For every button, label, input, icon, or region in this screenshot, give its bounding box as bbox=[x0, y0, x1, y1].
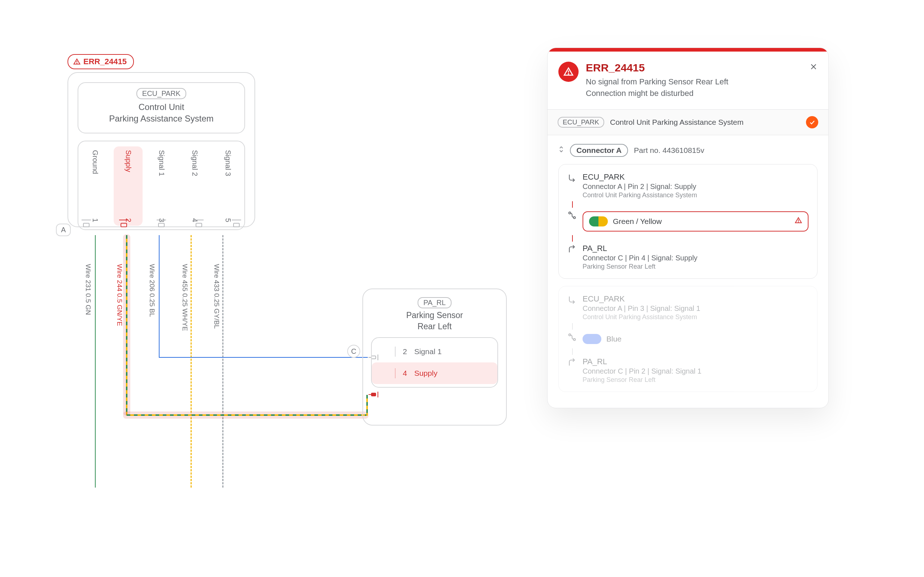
warning-icon bbox=[795, 217, 802, 226]
wc-sub: Connector C | Pin 4 | Signal: Supply bbox=[583, 254, 809, 262]
color-text: Green / Yellow bbox=[613, 217, 662, 226]
plug-icon bbox=[232, 220, 241, 230]
parl-box[interactable]: PA_RL Parking Sensor Rear Left 2 Signal … bbox=[362, 288, 507, 425]
svg-point-9 bbox=[568, 74, 569, 74]
wc-title: ECU_PARK bbox=[583, 172, 809, 182]
svg-point-15 bbox=[798, 222, 799, 222]
panel-sub-chip: ECU_PARK bbox=[558, 117, 604, 128]
wire-5[interactable]: Wire 433 0.25 GY/BL bbox=[222, 235, 223, 488]
warning-icon bbox=[558, 62, 578, 82]
wire-label: Wire 433 0.25 GY/BL bbox=[213, 264, 221, 329]
wire-3[interactable]: Wire 206 0.25 BL bbox=[159, 235, 160, 358]
ecu-pins-row: Ground 1 Supply 2 Signal 1 3 Signal 2 4 … bbox=[78, 147, 244, 226]
plug-icon bbox=[119, 220, 129, 230]
wire-3-segment bbox=[159, 357, 368, 358]
panel-accent-bar bbox=[548, 48, 828, 52]
wire-label: Wire 206 0.25 BL bbox=[148, 264, 156, 317]
connector-c-label: C bbox=[347, 345, 360, 358]
ecu-title-line1: Control Unit bbox=[82, 102, 241, 113]
wire-4[interactable]: Wire 455 0.25 WH/YE bbox=[191, 235, 192, 488]
panel-header: ERR_24415 No signal from Parking Sensor … bbox=[548, 52, 828, 109]
close-button[interactable] bbox=[809, 62, 817, 73]
ecu-title-line2: Parking Assistance System bbox=[82, 113, 241, 124]
ecu-pin-5[interactable]: Signal 3 5 bbox=[213, 147, 242, 226]
wire-label: Wire 244 0.5 GN/YE bbox=[115, 264, 123, 326]
close-icon bbox=[809, 63, 817, 71]
branch-in-icon bbox=[567, 244, 577, 255]
parl-title-line1: Parking Sensor bbox=[371, 310, 498, 321]
wc-small: Parking Sensor Rear Left bbox=[583, 376, 809, 384]
wc-small: Parking Sensor Rear Left bbox=[583, 263, 809, 271]
ecu-pin-1[interactable]: Ground 1 bbox=[81, 147, 109, 226]
ecu-chip: ECU_PARK bbox=[136, 88, 186, 99]
plug-icon bbox=[157, 220, 166, 230]
ecu-pin-2[interactable]: Supply 2 bbox=[114, 147, 142, 226]
panel-subheader: ECU_PARK Control Unit Parking Assistance… bbox=[548, 109, 828, 135]
plug-icon bbox=[82, 220, 91, 230]
error-badge[interactable]: ERR_24415 bbox=[68, 54, 134, 69]
connector-select-row[interactable]: Connector A Part no. 443610815v bbox=[558, 144, 817, 157]
wc-title: PA_RL bbox=[583, 244, 809, 253]
plug-icon bbox=[378, 369, 388, 377]
sort-icon bbox=[558, 146, 564, 155]
plugs-row bbox=[68, 220, 255, 235]
svg-point-1 bbox=[77, 63, 77, 63]
parl-title-line2: Rear Left bbox=[371, 321, 498, 332]
color-text: Blue bbox=[606, 335, 622, 343]
wire-2-segment bbox=[127, 414, 368, 416]
wc-connector-line bbox=[572, 323, 809, 330]
color-swatch bbox=[589, 216, 608, 226]
pin-label: Signal 1 bbox=[414, 347, 442, 356]
pin-label: Supply bbox=[124, 150, 132, 172]
wc-sub: Connector C | Pin 2 | Signal: Signal 1 bbox=[583, 367, 809, 376]
parl-pin-row[interactable]: 2 Signal 1 bbox=[372, 341, 498, 363]
part-number: Part no. 443610815v bbox=[634, 146, 704, 155]
panel-sub-text: Control Unit Parking Assistance System bbox=[610, 118, 800, 127]
parl-pin-row-active[interactable]: 4 Supply bbox=[372, 363, 498, 384]
wc-title: PA_RL bbox=[583, 357, 809, 366]
route-icon bbox=[567, 210, 577, 221]
pin-num: 2 bbox=[403, 347, 407, 356]
plug-icon bbox=[378, 347, 388, 356]
wire-label: Wire 231 0.5 GN bbox=[84, 264, 92, 315]
wire-label: Wire 455 0.25 WH/YE bbox=[181, 264, 189, 331]
parl-header: PA_RL Parking Sensor Rear Left bbox=[371, 297, 498, 332]
panel-desc-line1: No signal from Parking Sensor Rear Left bbox=[586, 76, 729, 88]
wc-connector-line bbox=[572, 201, 809, 208]
error-badge-text: ERR_24415 bbox=[83, 57, 127, 66]
ecu-header: ECU_PARK Control Unit Parking Assistance… bbox=[78, 82, 245, 134]
wc-title: ECU_PARK bbox=[583, 294, 809, 304]
divider bbox=[395, 347, 396, 357]
divider bbox=[395, 368, 396, 378]
parl-pins-box: 2 Signal 1 4 Supply bbox=[371, 337, 498, 388]
pin-label: Ground bbox=[91, 150, 99, 174]
wire-1[interactable]: Wire 231 0.5 GN bbox=[95, 235, 96, 488]
branch-in-icon bbox=[567, 357, 577, 369]
svg-point-13 bbox=[573, 217, 575, 219]
pin-label: Supply bbox=[414, 369, 438, 377]
svg-point-12 bbox=[569, 212, 571, 214]
route-icon bbox=[567, 332, 577, 343]
wc-connector-line bbox=[572, 348, 809, 355]
ecu-pin-4[interactable]: Signal 2 4 bbox=[180, 147, 209, 226]
branch-out-icon bbox=[567, 172, 577, 184]
pin-label: Signal 3 bbox=[224, 150, 232, 176]
svg-point-17 bbox=[573, 338, 575, 340]
wire-2-label-holder: Wire 244 0.5 GN/YE bbox=[126, 235, 127, 416]
status-check-icon bbox=[806, 116, 818, 128]
wire-color-pill[interactable]: Green / Yellow bbox=[583, 211, 809, 232]
ecu-pins-box: Ground 1 Supply 2 Signal 1 3 Signal 2 4 … bbox=[78, 141, 245, 230]
wc-small: Control Unit Parking Assistance System bbox=[583, 192, 809, 199]
wire-card[interactable]: ECU_PARK Connector A | Pin 2 | Signal: S… bbox=[558, 164, 817, 279]
pin-label: Signal 2 bbox=[191, 150, 199, 176]
parl-chip: PA_RL bbox=[418, 297, 452, 308]
error-detail-panel: ERR_24415 No signal from Parking Sensor … bbox=[547, 48, 829, 408]
wc-sub: Connector A | Pin 3 | Signal: Signal 1 bbox=[583, 305, 809, 313]
wc-connector-line bbox=[572, 235, 809, 242]
panel-desc-line2: Connection might be disturbed bbox=[586, 88, 729, 99]
pin-label: Signal 1 bbox=[157, 150, 166, 176]
ecu-pin-3[interactable]: Signal 1 3 bbox=[147, 147, 176, 226]
wire-card[interactable]: ECU_PARK Connector A | Pin 3 | Signal: S… bbox=[558, 286, 817, 392]
panel-body: Connector A Part no. 443610815v ECU_PARK… bbox=[548, 135, 828, 408]
ecu-box[interactable]: ECU_PARK Control Unit Parking Assistance… bbox=[68, 72, 255, 227]
